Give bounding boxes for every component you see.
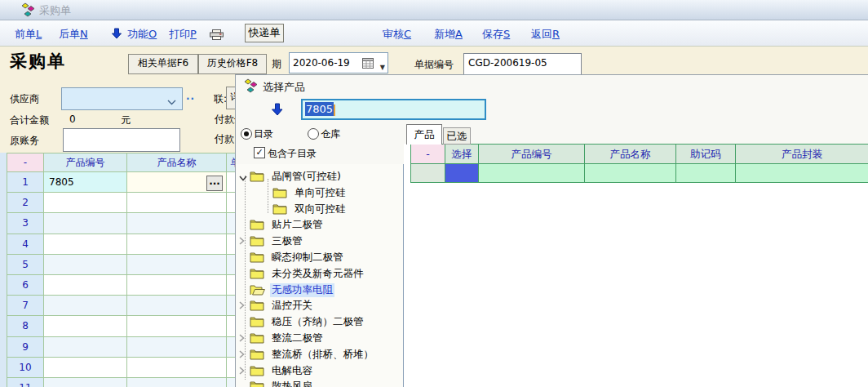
cell-product-name[interactable] [127,213,227,234]
cell-product-code[interactable] [44,213,127,234]
printer-icon[interactable] [210,29,224,42]
print-button[interactable]: 打印P [169,27,197,42]
date-picker[interactable]: 2020-06-19 ▼ [289,52,388,73]
cell-product-name[interactable] [127,316,227,336]
next-doc-button[interactable]: 后单N [59,27,88,42]
add-new-button[interactable]: 新增A [434,27,463,42]
cell-product-code[interactable] [44,275,127,296]
tree-item[interactable]: 未分类及新奇元器件 [236,265,403,282]
cell-product-name[interactable] [127,275,227,296]
history-price-button[interactable]: 历史价格F8 [198,54,267,74]
table-row[interactable]: 8 [7,316,245,336]
features-menu-button[interactable]: 功能O [127,27,157,42]
orig-account-input[interactable] [63,128,180,152]
tree-item[interactable]: 散热风扇 [236,378,403,387]
related-docs-button[interactable]: 相关单据F6 [128,54,198,74]
expand-icon[interactable] [239,172,247,184]
tree-item[interactable]: 整流桥（排桥、桥堆） [236,346,403,363]
tree-item[interactable]: 无感功率电阻 [236,282,403,298]
collapse-icon[interactable] [239,333,245,345]
table-row[interactable]: 2 [7,193,245,213]
row-number[interactable]: 4 [7,234,44,255]
prev-doc-button[interactable]: 前单L [15,27,42,42]
cell-product-code[interactable] [44,296,127,316]
product-search-input[interactable]: 7805 [301,99,486,120]
row-number[interactable]: 11 [7,378,44,387]
tree-item[interactable]: 整流二极管 [236,330,403,346]
audit-button[interactable]: 审核C [383,27,411,42]
collapse-icon[interactable] [239,349,245,361]
cell-product-name[interactable] [127,296,227,316]
collapse-icon[interactable] [239,236,245,247]
collapse-icon[interactable] [239,366,245,377]
selected-cell[interactable] [445,164,479,183]
express-order-button[interactable]: 快递单 [245,24,284,42]
cell[interactable] [676,164,736,183]
tree-item[interactable]: 瞬态抑制二极管 [236,249,403,265]
table-row[interactable]: 7 [7,296,245,316]
calendar-icon[interactable]: ▼ [362,56,385,69]
table-row[interactable]: 11 [7,378,245,387]
tree-item[interactable]: 稳压（齐纳）二极管 [236,314,403,330]
tree-item-label: 整流桥（排桥、桥堆） [270,348,375,362]
table-row[interactable]: 6 [7,275,245,296]
folder-icon [250,267,264,282]
table-row[interactable]: 5 [7,255,245,275]
warehouse-radio[interactable] [308,128,319,140]
supplier-combobox[interactable] [61,87,183,110]
save-button[interactable]: 保存S [482,27,510,42]
cell-product-name[interactable] [127,337,227,358]
row-number[interactable]: 5 [7,255,44,275]
cell[interactable] [410,164,445,183]
table-row[interactable] [410,164,868,183]
supplier-browse-link[interactable]: .. [186,91,195,102]
cell-product-code[interactable] [44,193,127,213]
collapse-icon[interactable] [239,300,245,312]
row-number[interactable]: 9 [7,337,44,358]
row-number[interactable]: 2 [7,193,44,213]
table-row[interactable]: 3 [7,213,245,234]
row-number[interactable]: 3 [7,213,44,234]
table-row[interactable]: 10 [7,358,245,378]
cell[interactable] [736,164,868,183]
cell-product-code[interactable] [44,358,127,378]
tree-item[interactable]: 晶闸管(可控硅) [236,168,403,185]
table-row[interactable]: 17805... [7,172,245,193]
catalog-radio[interactable] [241,128,252,140]
cell[interactable] [479,164,585,183]
cell-product-code[interactable] [44,316,127,336]
include-subdirs-checkbox[interactable]: ✓ [254,147,265,158]
cell-product-code[interactable] [44,337,127,358]
cell-product-name[interactable] [127,193,227,213]
tree-item[interactable]: 电解电容 [236,363,403,379]
back-button[interactable]: 返回R [531,27,560,42]
tree-item[interactable]: 单向可控硅 [236,185,403,201]
tree-item[interactable]: 三极管 [236,233,403,249]
pay-label: 付款 [215,132,234,146]
cell-product-code[interactable] [44,255,127,275]
tab-selected[interactable]: 已选 [443,127,471,145]
row-number[interactable]: 8 [7,316,44,336]
ellipsis-button[interactable]: ... [206,176,223,191]
tree-item[interactable]: 双向可控硅 [236,201,403,217]
cell-product-code[interactable] [44,378,127,387]
row-number[interactable]: 6 [7,275,44,296]
cell-product-name[interactable] [127,358,227,378]
cell-product-name[interactable] [127,255,227,275]
table-row[interactable]: 9 [7,337,245,358]
row-number[interactable]: 7 [7,296,44,316]
table-row[interactable]: 4 [7,234,245,255]
cell[interactable] [585,164,676,183]
doc-no-field[interactable]: CGD-200619-05 [463,53,582,75]
cell-product-name[interactable]: ... [127,172,227,193]
search-go-icon[interactable] [272,103,285,118]
row-number[interactable]: 1 [7,172,44,193]
cell-product-code[interactable] [44,234,127,255]
cell-product-code[interactable]: 7805 [44,172,127,193]
row-number[interactable]: 10 [7,358,44,378]
tree-item[interactable]: 温控开关 [236,297,403,314]
tab-products[interactable]: 产品 [406,124,442,145]
cell-product-name[interactable] [127,234,227,255]
tree-item[interactable]: 贴片二极管 [236,216,403,233]
cell-product-name[interactable] [127,378,227,387]
